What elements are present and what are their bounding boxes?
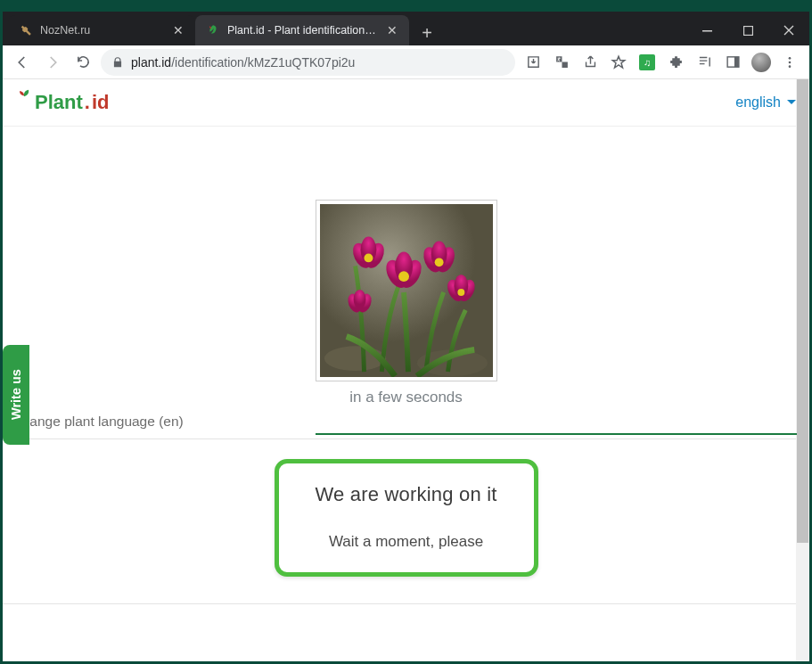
svg-rect-0 [702, 30, 712, 32]
reload-button[interactable] [70, 50, 95, 75]
tab-title: Plant.id - Plant identification app [227, 24, 379, 37]
logo-text-id: id [92, 91, 110, 114]
language-label: english [735, 94, 781, 111]
svg-point-25 [457, 289, 464, 296]
callout-subtext: Wait a moment, please [306, 533, 507, 551]
callout-heading: We are working on it [306, 483, 507, 506]
url-text: plant.id/identification/kMzZ1uQTK07pi2u [131, 55, 355, 70]
svg-point-6 [789, 65, 791, 68]
tab-plantid[interactable]: Plant.id - Plant identification app ✕ [195, 15, 409, 45]
menu-icon[interactable] [777, 50, 802, 75]
install-app-icon[interactable] [521, 50, 545, 75]
window-controls [686, 15, 809, 45]
page-viewport: Plant.id english [3, 79, 809, 661]
translate-icon[interactable] [549, 50, 574, 75]
close-icon[interactable]: ✕ [386, 24, 398, 37]
svg-point-21 [434, 258, 443, 266]
svg-rect-1 [743, 26, 752, 35]
share-icon[interactable] [578, 50, 603, 75]
address-bar[interactable]: plant.id/identification/kMzZ1uQTK07pi2u [101, 49, 515, 76]
svg-point-5 [789, 61, 791, 63]
svg-point-17 [398, 271, 409, 282]
minimize-button[interactable] [686, 15, 727, 45]
feedback-tab[interactable]: Write us [3, 345, 29, 445]
svg-rect-3 [734, 57, 738, 67]
scrollbar[interactable] [796, 79, 809, 661]
close-icon[interactable]: ✕ [172, 24, 185, 37]
uploaded-image-thumbnail[interactable] [316, 200, 497, 381]
profile-avatar[interactable] [749, 50, 774, 75]
logo-text-dot: . [85, 91, 90, 114]
back-button[interactable] [10, 50, 35, 75]
close-window-button[interactable] [768, 15, 809, 45]
scrollbar-thumb[interactable] [797, 79, 808, 543]
svg-point-28 [353, 290, 365, 309]
reading-list-icon[interactable] [692, 50, 717, 75]
language-selector[interactable]: english [735, 94, 797, 111]
new-tab-button[interactable]: + [414, 20, 439, 45]
tab-title: NozNet.ru [40, 24, 165, 37]
leaf-icon [206, 23, 220, 37]
forward-button[interactable] [40, 50, 65, 75]
maximize-button[interactable] [727, 15, 768, 45]
status-callout: We are working on it Wait a moment, plea… [275, 459, 538, 577]
browser-toolbar: plant.id/identification/kMzZ1uQTK07pi2u … [3, 45, 809, 79]
site-header: Plant.id english [3, 79, 809, 127]
extension-music-icon[interactable]: ♫ [635, 50, 660, 75]
svg-point-4 [789, 57, 791, 60]
change-plant-language-link[interactable]: change plant language (en) [15, 414, 184, 433]
side-panel-icon[interactable] [720, 50, 745, 75]
logo-text-plant: Plant [35, 91, 83, 114]
extensions-icon[interactable] [663, 50, 688, 75]
svg-point-13 [364, 253, 373, 262]
tab-noznet[interactable]: NozNet.ru ✕ [8, 15, 195, 45]
progress-bar [316, 433, 797, 435]
bookmark-star-icon[interactable] [606, 50, 631, 75]
logo-leaf-icon [15, 89, 33, 105]
feedback-label: Write us [9, 370, 23, 421]
eta-text: in a few seconds [349, 389, 463, 406]
site-logo[interactable]: Plant.id [15, 91, 109, 114]
tab-strip: NozNet.ru ✕ Plant.id - Plant identificat… [3, 12, 809, 45]
lock-icon [111, 56, 124, 69]
wrench-icon [19, 23, 33, 37]
